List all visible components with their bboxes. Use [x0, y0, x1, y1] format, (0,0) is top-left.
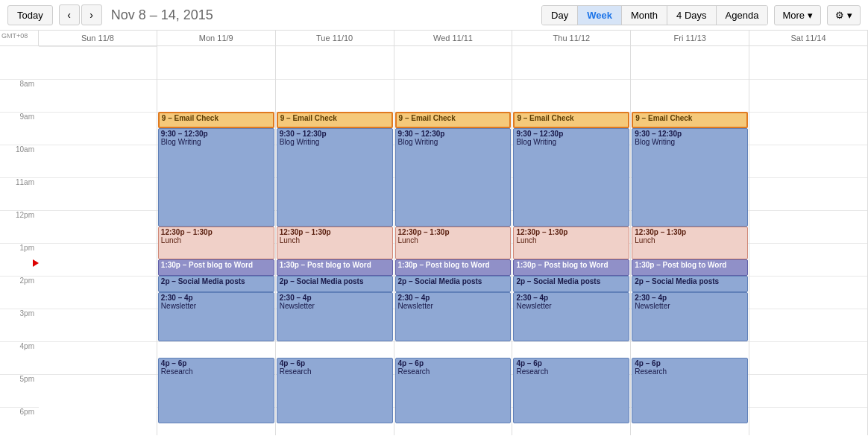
timezone-label: GMT+08: [0, 31, 39, 45]
time-grid: 8am 9am 10am 11am 12pm 1pm 2pm 3pm 4pm 5…: [0, 46, 868, 435]
event-post-blog-wed[interactable]: 1:30p – Post blog to Word: [395, 259, 512, 276]
event-social-media-fri[interactable]: 2p – Social Media posts: [632, 276, 748, 292]
time-label-9am: 9am: [0, 112, 39, 145]
time-label-6pm: 6pm: [0, 407, 39, 435]
day-header-sat: Sat 11/14: [749, 31, 868, 45]
day-col-mon: 9 – Email Check 9:30 – 12:30p Blog Writi…: [157, 46, 276, 435]
event-post-blog-mon[interactable]: 1:30p – Post blog to Word: [158, 259, 274, 276]
toolbar: Today ‹ › Nov 8 – 14, 2015 Day Week Mont…: [0, 0, 868, 31]
event-post-blog-tue[interactable]: 1:30p – Post blog to Word: [277, 259, 393, 276]
time-label-5pm: 5pm: [0, 374, 39, 407]
nav-buttons: ‹ ›: [59, 4, 102, 25]
day-col-wed: 9 – Email Check 9:30 – 12:30p Blog Writi…: [394, 46, 513, 435]
event-blog-writing-tue[interactable]: 9:30 – 12:30p Blog Writing: [277, 128, 393, 227]
time-label-12pm: 12pm: [0, 210, 39, 243]
event-email-check-wed[interactable]: 9 – Email Check: [395, 112, 512, 128]
event-newsletter-wed[interactable]: 2:30 – 4p Newsletter: [395, 292, 512, 341]
event-social-media-mon[interactable]: 2p – Social Media posts: [158, 276, 274, 292]
day-header-tue: Tue 11/10: [276, 31, 394, 45]
event-research-fri[interactable]: 4p – 6p Research: [632, 358, 748, 423]
next-button[interactable]: ›: [81, 4, 102, 25]
day-header-fri: Fri 11/13: [631, 31, 749, 45]
event-blog-writing-fri[interactable]: 9:30 – 12:30p Blog Writing: [632, 128, 748, 227]
event-newsletter-tue[interactable]: 2:30 – 4p Newsletter: [277, 292, 393, 341]
time-label-10am: 10am: [0, 145, 39, 177]
event-social-media-thu[interactable]: 2p – Social Media posts: [513, 276, 629, 292]
event-social-media-tue[interactable]: 2p – Social Media posts: [277, 276, 393, 292]
event-lunch-wed[interactable]: 12:30p – 1:30p Lunch: [395, 227, 512, 259]
day-col-thu: 9 – Email Check 9:30 – 12:30p Blog Writi…: [512, 46, 631, 435]
time-labels: 8am 9am 10am 11am 12pm 1pm 2pm 3pm 4pm 5…: [0, 46, 39, 435]
date-range: Nov 8 – 14, 2015: [111, 7, 535, 23]
view-btn-month[interactable]: Month: [622, 6, 667, 25]
time-label-empty: [0, 46, 39, 79]
day-headers: GMT+08 Sun 11/8 Mon 11/9 Tue 11/10 Wed 1…: [0, 31, 868, 46]
event-blog-writing-wed[interactable]: 9:30 – 12:30p Blog Writing: [395, 128, 512, 227]
prev-button[interactable]: ‹: [59, 4, 80, 25]
gear-icon: ⚙: [835, 10, 844, 21]
day-col-fri: 9 – Email Check 9:30 – 12:30p Blog Writi…: [631, 46, 749, 435]
event-email-check-tue[interactable]: 9 – Email Check: [277, 112, 393, 128]
day-header-wed: Wed 11/11: [394, 31, 513, 45]
day-header-thu: Thu 11/12: [512, 31, 631, 45]
today-button[interactable]: Today: [7, 5, 53, 25]
time-label-11am: 11am: [0, 177, 39, 210]
time-label-8am: 8am: [0, 79, 39, 112]
event-research-wed[interactable]: 4p – 6p Research: [395, 358, 512, 423]
event-newsletter-fri[interactable]: 2:30 – 4p Newsletter: [632, 292, 748, 341]
time-label-2pm: 2pm: [0, 276, 39, 309]
more-button[interactable]: More ▾: [774, 5, 821, 25]
event-newsletter-thu[interactable]: 2:30 – 4p Newsletter: [513, 292, 629, 341]
day-col-sun: [39, 46, 157, 435]
time-label-3pm: 3pm: [0, 309, 39, 341]
event-newsletter-mon[interactable]: 2:30 – 4p Newsletter: [158, 292, 274, 341]
event-email-check-thu[interactable]: 9 – Email Check: [513, 112, 629, 128]
day-col-tue: 9 – Email Check 9:30 – 12:30p Blog Writi…: [276, 46, 394, 435]
event-blog-writing-mon[interactable]: 9:30 – 12:30p Blog Writing: [158, 128, 274, 227]
view-btn-agenda[interactable]: Agenda: [717, 6, 768, 25]
event-research-thu[interactable]: 4p – 6p Research: [513, 358, 629, 423]
event-research-tue[interactable]: 4p – 6p Research: [277, 358, 393, 423]
chevron-down-icon: ▾: [847, 10, 852, 21]
view-btn-day[interactable]: Day: [542, 6, 578, 25]
day-header-sun: Sun 11/8: [39, 31, 157, 45]
event-research-mon[interactable]: 4p – 6p Research: [158, 358, 274, 423]
app-container: Today ‹ › Nov 8 – 14, 2015 Day Week Mont…: [0, 0, 868, 435]
event-lunch-thu[interactable]: 12:30p – 1:30p Lunch: [513, 227, 629, 259]
now-indicator: [33, 259, 39, 267]
event-post-blog-fri[interactable]: 1:30p – Post blog to Word: [632, 259, 748, 276]
event-email-check-mon[interactable]: 9 – Email Check: [158, 112, 274, 128]
chevron-down-icon: ▾: [808, 10, 813, 21]
view-btn-4days[interactable]: 4 Days: [667, 6, 716, 25]
view-btn-week[interactable]: Week: [578, 6, 622, 25]
settings-button[interactable]: ⚙ ▾: [827, 5, 861, 25]
event-lunch-tue[interactable]: 12:30p – 1:30p Lunch: [277, 227, 393, 259]
event-lunch-fri[interactable]: 12:30p – 1:30p Lunch: [632, 227, 748, 259]
day-header-mon: Mon 11/9: [157, 31, 276, 45]
event-post-blog-thu[interactable]: 1:30p – Post blog to Word: [513, 259, 629, 276]
event-lunch-mon[interactable]: 12:30p – 1:30p Lunch: [158, 227, 274, 259]
event-blog-writing-thu[interactable]: 9:30 – 12:30p Blog Writing: [513, 128, 629, 227]
time-label-4pm: 4pm: [0, 341, 39, 374]
event-email-check-fri[interactable]: 9 – Email Check: [632, 112, 748, 128]
view-buttons: Day Week Month 4 Days Agenda: [541, 5, 768, 25]
day-col-sat: [749, 46, 868, 435]
days-container: 9 – Email Check 9:30 – 12:30p Blog Writi…: [39, 46, 868, 435]
calendar: GMT+08 Sun 11/8 Mon 11/9 Tue 11/10 Wed 1…: [0, 31, 868, 435]
event-social-media-wed[interactable]: 2p – Social Media posts: [395, 276, 512, 292]
